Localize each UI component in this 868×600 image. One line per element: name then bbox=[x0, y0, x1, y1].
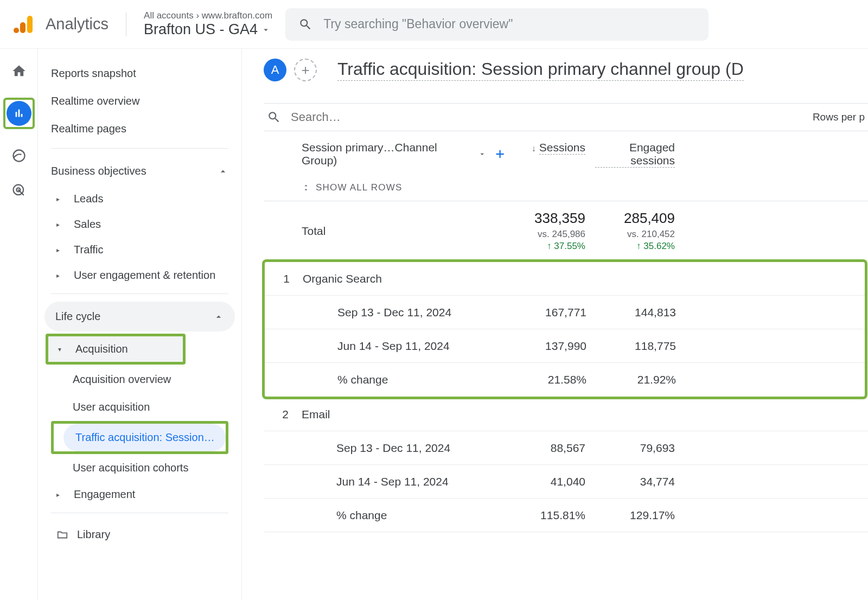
section-business-objectives[interactable]: Business objectives bbox=[51, 156, 228, 186]
separator bbox=[51, 293, 228, 294]
caret-down-icon bbox=[478, 150, 487, 158]
total-sessions: 338,359 bbox=[506, 210, 585, 227]
nav-traffic[interactable]: ▸Traffic bbox=[51, 237, 228, 263]
show-all-rows-button[interactable]: SHOW ALL ROWS bbox=[302, 182, 506, 193]
nav-traffic-acquisition[interactable]: Traffic acquisition: Session… bbox=[63, 424, 226, 451]
rows-per-label: Rows per p bbox=[813, 111, 865, 123]
nav-acquisition[interactable]: ▾Acquisition bbox=[48, 336, 183, 362]
chevron-up-icon bbox=[213, 311, 224, 322]
date-range-1: Sep 13 - Dec 11, 2024 bbox=[303, 306, 507, 319]
pct-change: % change bbox=[303, 373, 507, 386]
date-range-2: Jun 14 - Sep 11, 2024 bbox=[303, 340, 507, 353]
row-index: 1 bbox=[268, 272, 303, 285]
table-search-input[interactable] bbox=[291, 110, 454, 124]
channel-name[interactable]: Email bbox=[302, 408, 506, 421]
svg-rect-1 bbox=[20, 22, 25, 33]
nav-user-acq-cohorts[interactable]: User acquisition cohorts bbox=[73, 454, 228, 482]
product-name: Analytics bbox=[46, 15, 108, 33]
nav-leads[interactable]: ▸Leads bbox=[51, 186, 228, 212]
col-engaged-sessions[interactable]: Engaged sessions bbox=[595, 141, 685, 168]
page-title[interactable]: Traffic acquisition: Session primary cha… bbox=[337, 59, 744, 81]
channel-name[interactable]: Organic Search bbox=[303, 272, 507, 285]
search-icon bbox=[267, 110, 281, 124]
top-bar: Analytics All accounts › www.brafton.com… bbox=[0, 0, 868, 49]
report-table: Rows per p Session primary…Channel Group… bbox=[264, 103, 868, 532]
account-selector[interactable]: All accounts › www.brafton.com Brafton U… bbox=[144, 10, 272, 38]
home-icon[interactable] bbox=[11, 63, 27, 79]
nav-realtime-overview[interactable]: Realtime overview bbox=[51, 87, 228, 115]
col-sessions[interactable]: ↓Sessions bbox=[506, 141, 595, 155]
divider bbox=[126, 12, 126, 36]
account-breadcrumb: All accounts › www.brafton.com bbox=[144, 10, 272, 21]
explore-icon[interactable] bbox=[11, 148, 27, 164]
sort-down-icon: ↓ bbox=[532, 144, 536, 153]
add-comparison-button[interactable]: + bbox=[294, 59, 317, 81]
reports-nav-highlight bbox=[3, 98, 35, 129]
section-life-cycle[interactable]: Life cycle bbox=[44, 302, 235, 331]
nav-user-engagement[interactable]: ▸User engagement & retention bbox=[51, 263, 228, 288]
advertising-icon[interactable] bbox=[11, 182, 27, 199]
svg-rect-0 bbox=[27, 16, 33, 33]
svg-point-2 bbox=[14, 28, 19, 33]
logo-block: Analytics bbox=[13, 14, 108, 35]
nav-reports-snapshot[interactable]: Reports snapshot bbox=[51, 60, 228, 87]
nav-sales[interactable]: ▸Sales bbox=[51, 212, 228, 237]
main-content: A + Traffic acquisition: Session primary… bbox=[242, 49, 868, 600]
caret-down-icon bbox=[261, 25, 271, 35]
table-header: Session primary…Channel Group) SHOW ALL … bbox=[264, 131, 868, 201]
search-placeholder: Try searching "Behavior overview" bbox=[323, 17, 513, 31]
search-icon bbox=[298, 17, 312, 31]
table-toolbar: Rows per p bbox=[264, 104, 868, 131]
nav-user-acquisition[interactable]: User acquisition bbox=[73, 393, 228, 421]
nav-acq-overview[interactable]: Acquisition overview bbox=[73, 366, 228, 393]
search-bar[interactable]: Try searching "Behavior overview" bbox=[285, 8, 709, 41]
table-row: 2 Email bbox=[264, 398, 868, 431]
total-label: Total bbox=[302, 225, 506, 238]
nav-realtime-pages[interactable]: Realtime pages bbox=[51, 115, 228, 143]
total-engaged: 285,409 bbox=[595, 210, 675, 227]
account-name: Brafton US - GA4 bbox=[144, 21, 258, 38]
nav-library[interactable]: Library bbox=[51, 521, 228, 541]
plus-icon[interactable] bbox=[494, 148, 506, 160]
reports-icon[interactable] bbox=[7, 101, 31, 126]
chevron-up-icon bbox=[218, 166, 228, 177]
folder-icon bbox=[56, 529, 68, 541]
expand-icon bbox=[302, 183, 310, 192]
nav-rail bbox=[0, 49, 38, 600]
side-nav: Reports snapshot Realtime overview Realt… bbox=[38, 49, 242, 600]
nav-engagement[interactable]: ▸Engagement bbox=[51, 482, 228, 507]
row-1-highlight: 1 Organic Search Sep 13 - Dec 11, 202416… bbox=[265, 262, 865, 397]
totals-row: Total 338,359 vs. 245,986 ↑ 37.55% 285,4… bbox=[264, 201, 868, 261]
separator bbox=[51, 148, 228, 149]
row-index: 2 bbox=[267, 408, 302, 421]
analytics-logo-icon bbox=[13, 14, 35, 35]
separator bbox=[51, 513, 228, 513]
dimension-selector[interactable]: Session primary…Channel Group) bbox=[302, 141, 506, 167]
filter-bubble-a[interactable]: A bbox=[264, 59, 286, 81]
